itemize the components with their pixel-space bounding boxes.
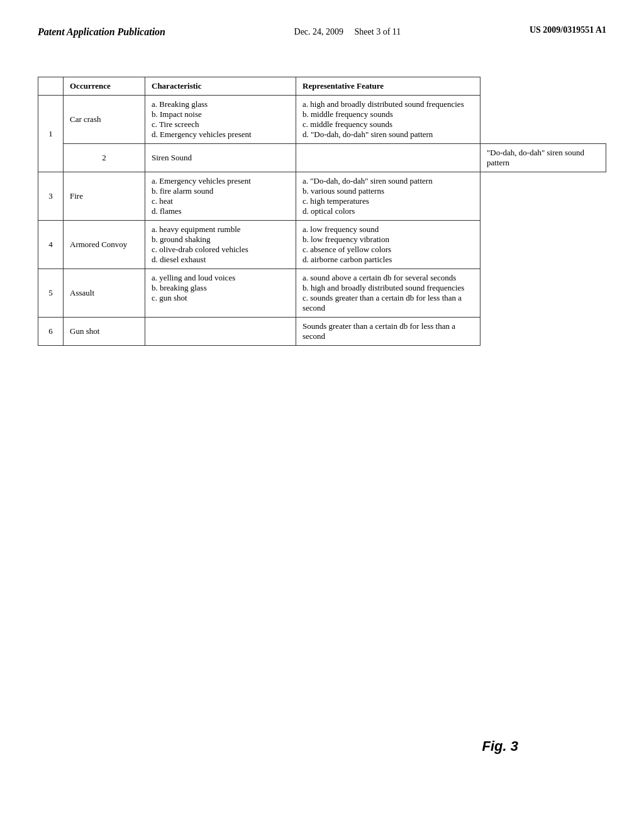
table-row-siren: 2 Siren Sound "Do-dah, do-dah" siren sou… [38,144,606,172]
table-row-convoy: 4 Armored Convoy a. heavy equipment rumb… [38,221,606,269]
characteristic-assault: a. yelling and loud voices b. breaking g… [145,269,296,318]
occurrence-siren: Siren Sound [145,144,296,172]
feature-gunshot: Sounds greater than a certain db for les… [296,318,480,346]
col-header-occurrence: Occurrence [64,77,145,96]
main-content: Occurrence Characteristic Representative… [0,52,644,384]
publication-title: Patent Application Publication [38,25,165,39]
row-num-3: 3 [38,172,64,221]
table-header-row: Occurrence Characteristic Representative… [38,77,606,96]
occurrence-gunshot: Gun shot [64,318,145,346]
feature-fire: a. "Do-dah, do-dah" siren sound pattern … [296,172,480,221]
date-sheet: Dec. 24, 2009 Sheet 3 of 11 [294,25,401,39]
occurrence-car-crash: Car crash [64,96,145,144]
row-num-6: 6 [38,318,64,346]
row-num-4: 4 [38,221,64,269]
row-num-5: 5 [38,269,64,318]
patent-number: US 2009/0319551 A1 [530,25,606,35]
feature-car-crash: a. high and broadly distributed sound fr… [296,96,480,144]
row-num-2: 2 [64,144,145,172]
col-header-characteristic: Characteristic [145,77,296,96]
col-header-num [38,77,64,96]
feature-convoy: a. low frequency sound b. low frequency … [296,221,480,269]
figure-label: Fig. 3 [482,738,518,755]
feature-siren: "Do-dah, do-dah" siren sound pattern [480,144,606,172]
table-row: 1 Car crash a. Breaking glass b. Impact … [38,96,606,144]
table-row-assault: 5 Assault a. yelling and loud voices b. … [38,269,606,318]
table-row-fire: 3 Fire a. Emergency vehicles present b. … [38,172,606,221]
row-num-1: 1 [38,96,64,172]
occurrence-assault: Assault [64,269,145,318]
occurrence-table: Occurrence Characteristic Representative… [38,77,606,346]
feature-assault: a. sound above a certain db for several … [296,269,480,318]
characteristic-siren [296,144,480,172]
characteristic-car-crash: a. Breaking glass b. Impact noise c. Tir… [145,96,296,144]
characteristic-fire: a. Emergency vehicles present b. fire al… [145,172,296,221]
characteristic-gunshot [145,318,296,346]
table-row-gunshot: 6 Gun shot Sounds greater than a certain… [38,318,606,346]
occurrence-convoy: Armored Convoy [64,221,145,269]
occurrence-fire: Fire [64,172,145,221]
page-header: Patent Application Publication Dec. 24, … [0,0,644,52]
col-header-feature: Representative Feature [296,77,480,96]
characteristic-convoy: a. heavy equipment rumble b. ground shak… [145,221,296,269]
